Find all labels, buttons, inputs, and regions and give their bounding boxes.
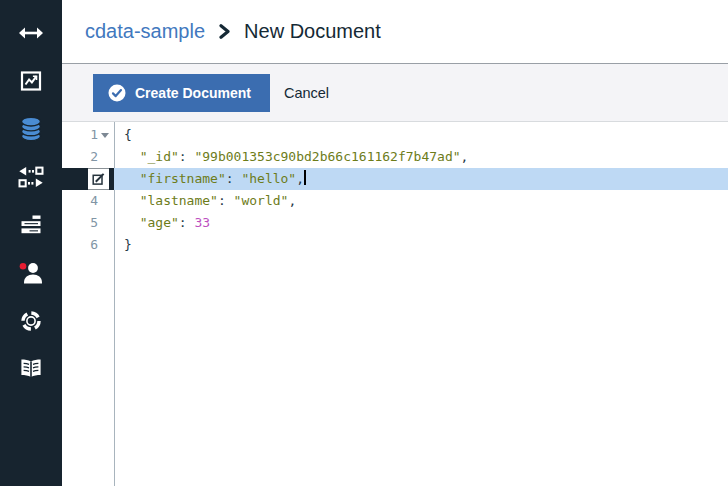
cancel-button[interactable]: Cancel [284, 85, 329, 101]
create-document-button[interactable]: Create Document [93, 74, 270, 112]
text-cursor [304, 170, 306, 185]
open-book-icon [18, 358, 44, 380]
breadcrumb-chevron-icon [218, 24, 231, 39]
editor-line[interactable]: 1{ [62, 124, 728, 146]
editor-line[interactable]: 4 "lastname": "world", [62, 190, 728, 212]
double-arrow-icon [18, 26, 44, 40]
sidebar-item-collapse[interactable] [0, 9, 62, 57]
notification-dot [19, 263, 26, 270]
editor-line[interactable]: 3 "firstname": "hello", [62, 168, 728, 190]
active-tasks-icon [19, 215, 43, 236]
editor-lines: 1{2 "_id": "99b001353c90bd2b66c161162f7b… [62, 124, 728, 256]
line-number: 3 [62, 168, 114, 190]
page-title: New Document [244, 20, 381, 43]
editor-line[interactable]: 6} [62, 234, 728, 256]
document-toolbar: Create Document Cancel [62, 63, 728, 122]
account-person-icon [18, 261, 45, 285]
editor-line[interactable]: 2 "_id": "99b001353c90bd2b66c161162f7b47… [62, 146, 728, 168]
activity-chart-icon [19, 69, 43, 93]
sidebar-item-activity[interactable] [0, 57, 62, 105]
code-line[interactable]: "firstname": "hello", [114, 168, 728, 190]
life-buoy-icon [19, 309, 43, 333]
edit-line-icon[interactable] [88, 169, 109, 190]
line-number: 1 [62, 124, 114, 146]
sidebar-item-databases[interactable] [0, 105, 62, 153]
pencil-icon [92, 173, 105, 186]
sidebar [0, 0, 62, 486]
sidebar-item-replication[interactable] [0, 153, 62, 201]
breadcrumb-database-link[interactable]: cdata-sample [85, 20, 205, 43]
fold-arrow-icon[interactable] [101, 133, 109, 138]
code-line[interactable]: } [114, 234, 728, 256]
sidebar-item-account[interactable] [0, 249, 62, 297]
line-number: 2 [62, 146, 114, 168]
create-document-label: Create Document [135, 85, 251, 101]
checkmark-circle-icon [108, 84, 126, 102]
code-line[interactable]: "lastname": "world", [114, 190, 728, 212]
sidebar-item-active-tasks[interactable] [0, 201, 62, 249]
code-line[interactable]: { [114, 124, 728, 146]
line-number: 4 [62, 190, 114, 212]
code-line[interactable]: "age": 33 [114, 212, 728, 234]
sidebar-item-documentation[interactable] [0, 345, 62, 393]
json-code-editor[interactable]: 1{2 "_id": "99b001353c90bd2b66c161162f7b… [62, 122, 728, 486]
line-number: 6 [62, 234, 114, 256]
main-panel: cdata-sample New Document Create Documen… [62, 0, 728, 486]
replication-icon [18, 166, 44, 188]
line-number: 5 [62, 212, 114, 234]
database-icon [19, 116, 43, 142]
sidebar-item-support[interactable] [0, 297, 62, 345]
breadcrumb: cdata-sample New Document [62, 0, 728, 63]
code-line[interactable]: "_id": "99b001353c90bd2b66c161162f7b47ad… [114, 146, 728, 168]
app-window: cdata-sample New Document Create Documen… [0, 0, 728, 486]
editor-line[interactable]: 5 "age": 33 [62, 212, 728, 234]
